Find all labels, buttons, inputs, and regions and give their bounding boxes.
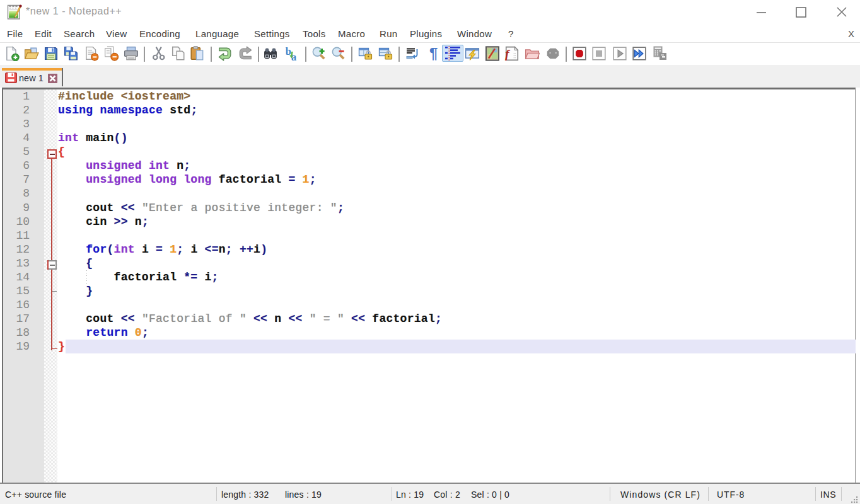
svg-text:a: a — [291, 51, 296, 61]
